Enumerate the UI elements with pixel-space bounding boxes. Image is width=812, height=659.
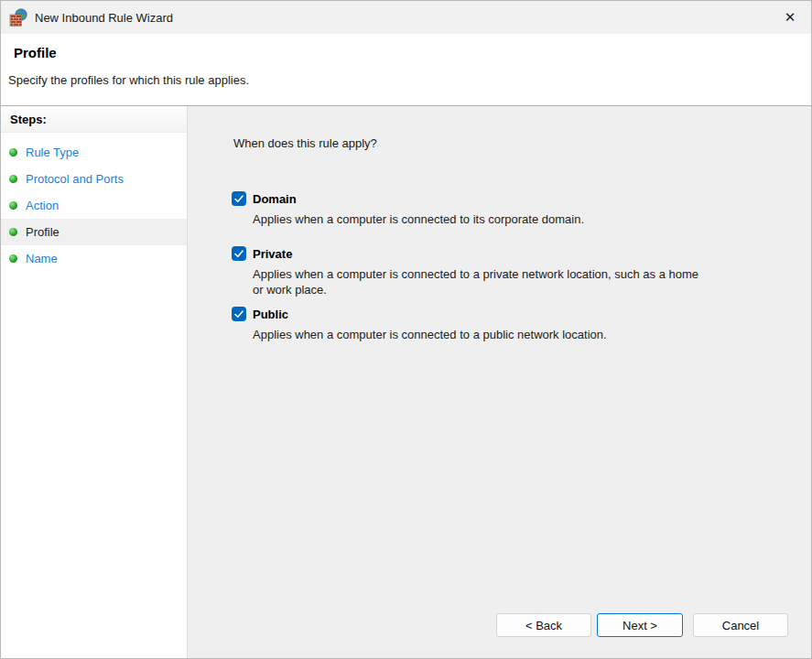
public-label: Public [253, 308, 288, 321]
sidebar-item-name[interactable]: Name [1, 245, 187, 272]
step-label: Action [26, 199, 59, 212]
check-icon [234, 310, 244, 319]
step-label: Rule Type [26, 146, 79, 159]
step-label: Profile [26, 225, 60, 239]
profile-group-domain: Domain Applies when a computer is connec… [232, 190, 811, 227]
step-bullet-icon [9, 148, 17, 157]
sidebar-item-action[interactable]: Action [1, 192, 187, 219]
public-row: Public [232, 306, 811, 322]
close-button[interactable]: ✕ [769, 1, 811, 34]
domain-description: Applies when a computer is connected to … [253, 211, 765, 227]
page-header: Profile Specify the profiles for which t… [1, 34, 811, 106]
content-area: Steps: Rule Type Protocol and Ports Acti… [1, 106, 811, 658]
profile-group-public: Public Applies when a computer is connec… [232, 306, 811, 342]
main-panel: When does this rule apply? Domain Applie… [188, 106, 811, 658]
next-button[interactable]: Next > [597, 613, 683, 637]
sidebar-item-profile[interactable]: Profile [1, 219, 187, 245]
check-icon [234, 195, 244, 203]
titlebar: New Inbound Rule Wizard ✕ [1, 1, 811, 34]
steps-heading: Steps: [1, 106, 187, 133]
window-title: New Inbound Rule Wizard [35, 11, 173, 25]
wizard-window: New Inbound Rule Wizard ✕ Profile Specif… [0, 0, 812, 659]
domain-row: Domain [232, 190, 811, 207]
sidebar-item-protocol-and-ports[interactable]: Protocol and Ports [1, 166, 187, 192]
page-subtitle: Specify the profiles for which this rule… [8, 73, 811, 87]
question-text: When does this rule apply? [233, 136, 811, 150]
private-row: Private [232, 245, 811, 262]
domain-checkbox[interactable] [232, 191, 246, 206]
private-description: Applies when a computer is connected to … [253, 266, 765, 297]
page-title: Profile [1, 34, 811, 60]
step-label: Protocol and Ports [26, 172, 124, 186]
step-bullet-icon [9, 254, 17, 263]
profile-group-private: Private Applies when a computer is conne… [232, 245, 811, 297]
back-button[interactable]: < Back [496, 613, 591, 637]
close-icon: ✕ [785, 9, 796, 25]
public-checkbox[interactable] [232, 307, 246, 321]
private-checkbox[interactable] [232, 246, 246, 261]
firewall-icon [9, 8, 27, 27]
sidebar-item-rule-type[interactable]: Rule Type [1, 139, 187, 166]
public-description: Applies when a computer is connected to … [253, 327, 765, 342]
button-bar: < Back Next > Cancel [496, 613, 788, 637]
domain-label: Domain [253, 192, 297, 206]
step-bullet-icon [9, 175, 17, 183]
step-list: Rule Type Protocol and Ports Action Prof… [1, 139, 187, 272]
private-label: Private [253, 247, 292, 261]
check-icon [234, 250, 244, 258]
step-bullet-icon [9, 201, 17, 210]
step-label: Name [26, 252, 58, 265]
step-bullet-icon [9, 228, 17, 236]
cancel-button[interactable]: Cancel [693, 613, 788, 637]
steps-sidebar: Steps: Rule Type Protocol and Ports Acti… [1, 106, 188, 658]
